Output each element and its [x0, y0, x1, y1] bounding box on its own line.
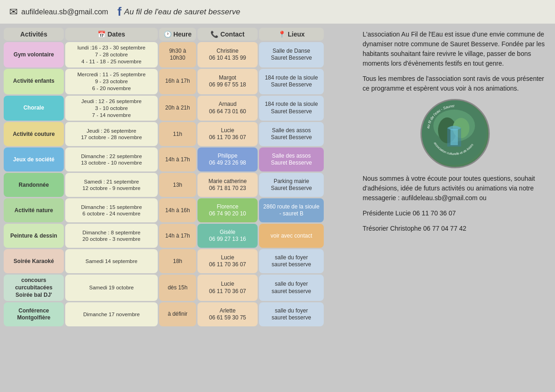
table-row: ChoraleJeudi : 12 - 26 septembre 3 - 10 … — [4, 96, 355, 121]
cell-lieux-1: 184 route de la sioule Sauret Besserve — [259, 69, 324, 94]
cell-heure-6: 14h à 16h — [159, 198, 196, 222]
cell-contact-9: Lucie 06 11 70 36 07 — [197, 275, 258, 301]
cell-activite-0: Gym volontaire — [4, 42, 64, 67]
right-info-section: L'association Au Fil de l'Eau est issue … — [359, 28, 551, 326]
table-row: Activité natureDimanche : 15 septembre 6… — [4, 198, 355, 222]
table-row: Activité enfantsMercredi : 11 - 25 septe… — [4, 69, 355, 94]
cell-heure-2: 20h à 21h — [159, 96, 196, 121]
activites-label: Activités — [20, 31, 47, 38]
contact-paragraph: Nous sommes à votre écoute pour toutes q… — [363, 174, 548, 203]
cell-contact-10: Arlette 06 61 59 30 75 — [197, 302, 258, 326]
facebook-icon: f — [117, 5, 122, 19]
cell-dates-0: lundi :16 - 23 - 30 septembre 7 - 28 oct… — [65, 42, 158, 67]
facebook-page-name: Au fil de l'eau de sauret besserve — [124, 7, 240, 17]
cell-activite-1: Activité enfants — [4, 69, 64, 94]
col-header-activites: Activités — [4, 28, 64, 41]
header-email-section: ✉ aufildeleau.sb@gmail.com — [9, 6, 108, 18]
cell-lieux-9: salle du foyer sauret besserve — [259, 275, 324, 301]
cell-contact-3: Lucie 06 11 70 36 07 — [197, 122, 258, 146]
description-paragraph2: Tous les membres de l'association sont r… — [363, 74, 548, 93]
email-icon: ✉ — [9, 6, 18, 18]
cell-lieux-0: Salle de Danse Sauret Besserve — [259, 42, 324, 67]
header: ✉ aufildeleau.sb@gmail.com f Au fil de l… — [0, 0, 555, 24]
cell-dates-1: Mercredi : 11 - 25 septembre 9 - 23 octo… — [65, 69, 158, 94]
dates-label: Dates — [107, 31, 125, 38]
cell-heure-3: 11h — [159, 122, 196, 146]
col-header-lieux: 📍 Lieux — [259, 28, 324, 41]
president-info: Présidente Lucie 06 11 70 36 07 — [363, 208, 548, 218]
cell-lieux-8: salle du foyer sauret besserve — [259, 249, 324, 273]
heure-label: Heure — [173, 31, 192, 38]
contact-label: Contact — [220, 31, 244, 38]
cell-heure-9: dès 15h — [159, 275, 196, 301]
cell-heure-0: 9h30 à 10h30 — [159, 42, 196, 67]
cell-contact-7: Gisèle 06 99 27 13 16 — [197, 224, 258, 248]
lieux-label: Lieux — [288, 31, 305, 38]
cell-contact-6: Florence 06 74 90 20 10 — [197, 198, 258, 222]
logo-container: au fil de l'eau - Sauret association cul… — [363, 99, 548, 168]
cell-contact-8: Lucie 06 11 70 36 07 — [197, 249, 258, 273]
table-row: Activité coutureJeudi : 26 septembre 17 … — [4, 122, 355, 146]
cell-activite-7: Peinture & dessin — [4, 224, 64, 248]
col-header-heure: 🕐 Heure — [159, 28, 196, 41]
cell-contact-1: Margot 06 99 67 55 18 — [197, 69, 258, 94]
cell-lieux-5: Parking mairie Sauret Besserve — [259, 173, 324, 197]
cell-lieux-6: 2860 route de la sioule - sauret B — [259, 198, 324, 222]
phone-icon: 📞 — [210, 31, 218, 38]
cell-heure-1: 16h à 17h — [159, 69, 196, 94]
cell-heure-4: 14h à 17h — [159, 147, 196, 172]
cell-lieux-7: voir avec contact — [259, 224, 324, 248]
col-header-contact: 📞 Contact — [197, 28, 258, 41]
cell-dates-9: Samedi 19 octobre — [65, 275, 158, 301]
cell-dates-5: Samedi : 21 septembre 12 octobre - 9 nov… — [65, 173, 158, 197]
cell-activite-8: Soirée Karaoké — [4, 249, 64, 273]
cell-dates-8: Samedi 14 septembre — [65, 249, 158, 273]
cell-contact-4: Philippe 06 49 23 26 98 — [197, 147, 258, 172]
cell-dates-2: Jeudi : 12 - 26 septembre 3 - 10 octobre… — [65, 96, 158, 121]
cell-heure-8: 18h — [159, 249, 196, 273]
description-paragraph1: L'association Au Fil de l'Eau est issue … — [363, 30, 548, 68]
table-row: Soirée KaraokéSamedi 14 septembre18hLuci… — [4, 249, 355, 273]
cell-heure-7: 14h à 17h — [159, 224, 196, 248]
table-row: Gym volontairelundi :16 - 23 - 30 septem… — [4, 42, 355, 67]
logo-svg: au fil de l'eau - Sauret association cul… — [422, 100, 487, 165]
clock-icon: 🕐 — [164, 31, 172, 38]
cell-activite-10: Conférence Montgolfière — [4, 302, 64, 326]
svg-rect-5 — [450, 129, 458, 145]
activities-table: Activités 📅 Dates 🕐 Heure 📞 Contact 📍 Li… — [4, 28, 355, 326]
cell-contact-2: Arnaud 06 64 73 01 60 — [197, 96, 258, 121]
main-content: Activités 📅 Dates 🕐 Heure 📞 Contact 📍 Li… — [0, 24, 555, 330]
table-row: concours curcubitacées Soirée bal DJ'Sam… — [4, 275, 355, 301]
cell-activite-4: Jeux de société — [4, 147, 64, 172]
cell-contact-5: Marie catherine 06 71 81 70 23 — [197, 173, 258, 197]
location-icon: 📍 — [278, 31, 286, 38]
table-row: Conférence MontgolfièreDimanche 17 novem… — [4, 302, 355, 326]
cell-activite-5: Randonnée — [4, 173, 64, 197]
cell-heure-5: 13h — [159, 173, 196, 197]
cell-dates-4: Dimanche : 22 septembre 13 octobre - 10 … — [65, 147, 158, 172]
table-row: RandonnéeSamedi : 21 septembre 12 octobr… — [4, 173, 355, 197]
cell-lieux-4: Salle des assos Sauret Besserve — [259, 147, 324, 172]
cell-dates-7: Dimanche : 8 septembre 20 octobre - 3 no… — [65, 224, 158, 248]
cell-lieux-2: 184 route de la sioule Sauret Besserve — [259, 96, 324, 121]
calendar-icon: 📅 — [98, 31, 105, 38]
data-rows: Gym volontairelundi :16 - 23 - 30 septem… — [4, 42, 355, 326]
cell-activite-2: Chorale — [4, 96, 64, 121]
cell-activite-9: concours curcubitacées Soirée bal DJ' — [4, 275, 64, 301]
col-header-dates: 📅 Dates — [65, 28, 158, 41]
association-logo: au fil de l'eau - Sauret association cul… — [420, 99, 490, 168]
cell-activite-6: Activité nature — [4, 198, 64, 222]
cell-lieux-3: Salle des assos Sauret Besserve — [259, 122, 324, 146]
cell-activite-3: Activité couture — [4, 122, 64, 146]
table-row: Jeux de sociétéDimanche : 22 septembre 1… — [4, 147, 355, 172]
cell-contact-0: Christine 06 10 41 35 99 — [197, 42, 258, 67]
cell-dates-3: Jeudi : 26 septembre 17 octobre - 28 nov… — [65, 122, 158, 146]
cell-heure-10: à définir — [159, 302, 196, 326]
column-headers: Activités 📅 Dates 🕐 Heure 📞 Contact 📍 Li… — [4, 28, 355, 41]
cell-dates-10: Dimanche 17 novembre — [65, 302, 158, 326]
treasurer-info: Trésorier Christophe 06 77 04 77 42 — [363, 224, 548, 233]
cell-dates-6: Dimanche : 15 septembre 6 octobre - 24 n… — [65, 198, 158, 222]
table-row: Peinture & dessinDimanche : 8 septembre … — [4, 224, 355, 248]
email-address: aufildeleau.sb@gmail.com — [21, 8, 108, 16]
header-facebook-section: f Au fil de l'eau de sauret besserve — [117, 5, 240, 19]
